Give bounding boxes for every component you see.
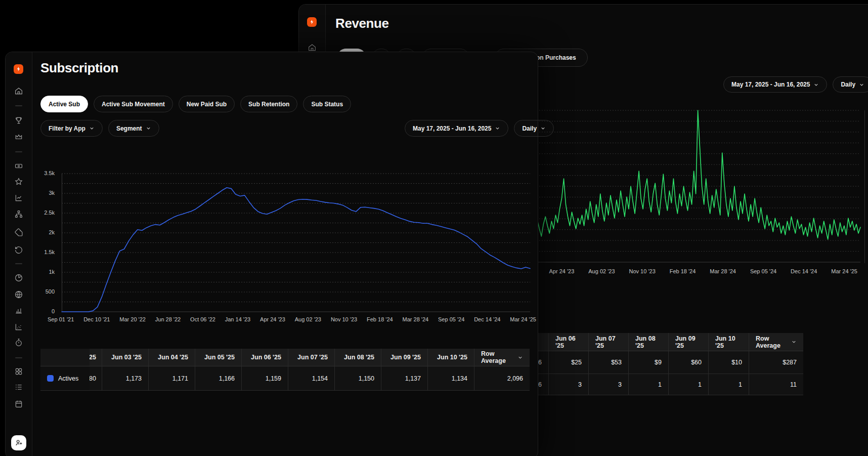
sidebar-item-undo[interactable] [15,246,23,255]
chevron-down-icon [813,82,819,88]
sidebar-divider [15,357,22,358]
sidebar-item-timer[interactable] [15,339,23,347]
tab-new-paid-sub[interactable]: New Paid Sub [179,96,235,112]
subscription-title: Subscription [40,60,118,76]
invite-user-button[interactable] [11,435,26,450]
series-row-label: Actives [40,366,90,391]
sidebar-item-pie-chart[interactable] [15,274,23,282]
main-sidebar [6,52,32,456]
y-axis-label: 1k [31,269,55,275]
column-header: Jun 04 '25 [148,349,195,366]
column-header: Jun 10 '25 [708,333,749,351]
sidebar-item-scatter-chart[interactable] [15,323,23,331]
sidebar-item-home[interactable] [15,87,23,96]
sidebar-item-tag[interactable] [15,228,23,237]
date-range-picker[interactable]: May 17, 2025 - Jun 16, 2025 [405,120,508,137]
tab-sub-status[interactable]: Sub Status [303,96,351,112]
sidebar-item-globe[interactable] [15,291,23,299]
table-cell: 1,137 [381,366,427,391]
tab-active-sub[interactable]: Active Sub [40,96,88,112]
chart-right-border [864,110,865,263]
table-cell: 11 [749,374,803,395]
sidebar-item-crown[interactable] [15,133,23,141]
table-cell: $53 [588,351,628,374]
column-header: Jun 06 '25 [241,349,288,366]
x-tick-label: Jun 28 '22 [155,316,181,322]
filter-row: Filter by App Segment [40,120,159,137]
column-header: Jun 09 '25 [668,333,708,351]
segment-dropdown[interactable]: Segment [108,120,159,137]
x-tick-label: Feb 18 '24 [367,316,393,322]
crown-icon [15,133,23,141]
table-cell: 3 [588,374,628,395]
sidebar-item-line-chart[interactable] [15,194,23,202]
tab-active-sub-movement[interactable]: Active Sub Movement [94,96,173,112]
subscription-line-chart[interactable] [62,174,530,312]
scatter-chart-icon [15,323,23,331]
x-tick-label: Mar 28 '24 [710,268,736,274]
chevron-down-icon [791,339,797,345]
column-header: Jun 08 '25 [334,349,381,366]
app-logo[interactable] [307,17,317,27]
x-tick-label: Apr 24 '23 [549,268,575,274]
table-cell: 1,166 [195,366,241,391]
sidebar-item-grid[interactable] [15,367,23,376]
granularity-picker[interactable]: Daily [514,120,554,137]
sidebar-divider [15,263,22,264]
revenue-line-chart[interactable] [509,110,860,262]
x-tick-label: Dec 14 '24 [791,268,817,274]
table-cell: 1,171 [148,366,195,391]
sidebar-item-list[interactable] [15,383,23,392]
subscription-window: Subscription Active Sub Active Sub Movem… [5,52,538,456]
x-tick-label: Aug 02 '23 [588,268,615,274]
table-cell: 1,173 [102,366,148,391]
y-axis-label: 500 [31,288,55,295]
y-axis-label: 0 [31,308,55,314]
sidebar-item-calendar[interactable] [15,400,23,408]
subscription-table: Jun 02 '25 Jun 03 '25 Jun 04 '25 Jun 05 … [40,349,530,391]
banknote-icon [15,162,23,171]
table-cell: 2,096 [474,366,530,391]
column-header: Jun 05 '25 [195,349,241,366]
sidebar-item-bar-chart[interactable] [15,306,23,315]
filter-by-app-dropdown[interactable]: Filter by App [40,120,103,137]
y-axis-label: 1.5k [31,249,55,255]
column-header: Jun 07 '25 [288,349,334,366]
x-tick-label: Mar 24 '25 [510,316,536,322]
row-average-header[interactable]: Row Average [474,349,530,366]
x-tick-label: Nov 10 '23 [629,268,656,274]
sidebar-item-banknote[interactable] [15,162,23,171]
x-tick-label: Mar 28 '24 [403,316,429,322]
revenue-date-controls: May 17, 2025 - Jun 16, 2025 Daily [723,76,868,93]
date-range-picker[interactable]: May 17, 2025 - Jun 16, 2025 [723,76,827,93]
table-cell: 1 [708,374,749,395]
x-tick-label: Dec 10 '21 [83,316,110,322]
series-legend-swatch [47,375,54,382]
app-logo[interactable] [14,64,23,74]
chevron-down-icon [517,355,523,360]
sidebar-item-trophy[interactable] [15,116,23,125]
x-tick-label: Apr 24 '23 [260,316,285,322]
table-cell: $60 [668,351,708,374]
column-header: Jun 03 '25 [102,349,148,366]
chevron-down-icon [540,126,546,131]
date-controls: May 17, 2025 - Jun 16, 2025 Daily [405,120,554,137]
sidebar-item-network[interactable] [15,210,23,219]
column-header: Jun 06 '25 [548,333,588,351]
row-average-header[interactable]: Row Average [749,333,803,351]
y-axis-label: 2.5k [31,210,55,216]
sidebar-item-star[interactable] [15,178,23,186]
lightning-bolt-icon [309,19,315,25]
home-icon [15,87,23,96]
trophy-icon [15,116,23,125]
granularity-picker[interactable]: Daily [833,76,868,93]
y-axis-label: 3k [31,190,55,196]
tab-sub-retention[interactable]: Sub Retention [240,96,297,112]
sidebar-item-home[interactable] [308,44,317,52]
revenue-title: Revenue [335,16,389,31]
sidebar-divider [15,151,22,152]
subscription-x-axis-labels: Sep 01 '21Dec 10 '21Mar 20 '22Jun 28 '22… [48,316,536,322]
column-header: Jun 09 '25 [381,349,427,366]
x-tick-label: Jan 14 '23 [225,316,250,322]
clipped-column-header: Jun 02 '25 [90,349,103,366]
